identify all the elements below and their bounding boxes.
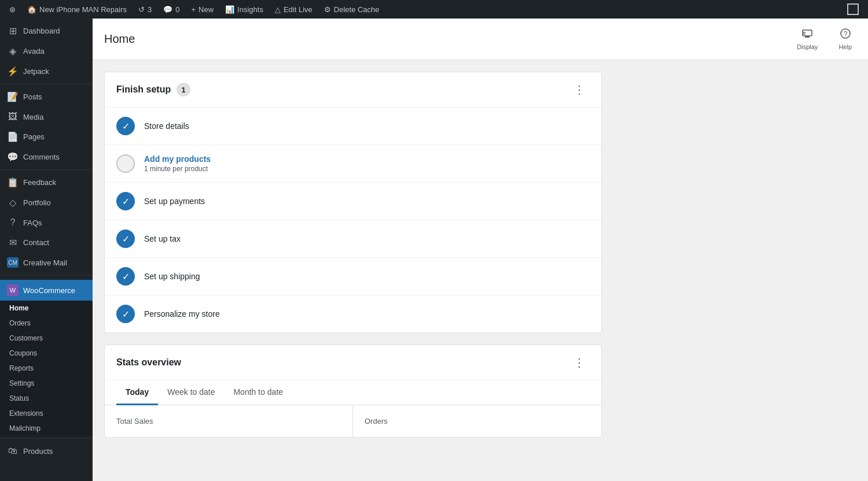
display-button[interactable]: Display (792, 25, 822, 53)
avada-icon: ◈ (7, 46, 19, 57)
woocommerce-submenu: Home Orders Customers Coupons Reports Se… (0, 301, 93, 436)
sidebar-item-portfolio[interactable]: ◇ Portfolio (0, 193, 93, 213)
wp-icon: ⊛ (9, 5, 16, 14)
finish-setup-more-button[interactable]: ⋮ (569, 82, 590, 98)
insights-link[interactable]: 📊 Insights (220, 0, 268, 18)
sidebar-item-creative-mail[interactable]: CM Creative Mail (0, 253, 93, 272)
site-name: New iPhone MAN Repairs (39, 5, 127, 14)
finish-setup-header: Finish setup 1 ⋮ (105, 72, 601, 108)
sidebar-item-woo-extensions[interactable]: Extensions (0, 406, 93, 421)
new-label: New (198, 5, 214, 14)
add-products-sub: 1 minute per product (144, 165, 211, 173)
orders-label: Orders (365, 417, 590, 426)
cache-icon: ⚙ (324, 5, 331, 14)
help-button[interactable]: ? Help (834, 25, 856, 53)
new-link[interactable]: + New (186, 0, 218, 18)
stats-more-button[interactable]: ⋮ (569, 354, 590, 371)
stats-overview-header: Stats overview ⋮ (105, 345, 601, 380)
comment-count: 0 (175, 5, 179, 14)
finish-setup-card: Finish setup 1 ⋮ ✓ Store details (104, 72, 602, 333)
faqs-icon: ? (7, 217, 19, 228)
sidebar-item-products[interactable]: 🛍 Products (0, 441, 93, 461)
creative-mail-icon: CM (7, 257, 19, 268)
woo-home-label: Home (9, 304, 28, 312)
help-icon: ? (840, 28, 851, 42)
wp-logo[interactable]: ⊛ (5, 0, 20, 18)
site-name-link[interactable]: 🏠 New iPhone MAN Repairs (23, 0, 131, 18)
content-area: Finish setup 1 ⋮ ✓ Store details (93, 60, 613, 461)
sidebar-item-woo-coupons[interactable]: Coupons (0, 346, 93, 361)
payments-label: Set up payments (144, 197, 205, 206)
comment-count-link[interactable]: 💬 0 (159, 0, 184, 18)
sidebar-item-creative-mail-label: Creative Mail (23, 258, 67, 267)
revision-count-link[interactable]: ↺ 3 (134, 0, 156, 18)
sidebar-item-contact[interactable]: ✉ Contact (0, 232, 93, 253)
tab-month-to-date[interactable]: Month to date (224, 380, 292, 405)
setup-item-shipping: ✓ Set up shipping (105, 258, 601, 295)
checkmark-personalize-icon: ✓ (122, 309, 130, 320)
tab-today[interactable]: Today (116, 380, 158, 405)
sidebar: ⊞ Dashboard ◈ Avada ⚡ Jetpack 📝 Posts 🖼 … (0, 18, 93, 481)
checkmark-tax-icon: ✓ (122, 234, 130, 245)
sidebar-item-media[interactable]: 🖼 Media (0, 107, 93, 127)
feedback-icon: 📋 (7, 177, 19, 188)
posts-icon: 📝 (7, 91, 19, 102)
add-products-link[interactable]: Add my products (144, 154, 211, 164)
sidebar-item-woo-settings[interactable]: Settings (0, 376, 93, 391)
check-personalize: ✓ (116, 305, 135, 323)
sidebar-item-woo-home[interactable]: Home (0, 301, 93, 316)
stats-tabs: Today Week to date Month to date (105, 380, 601, 405)
personalize-label: Personalize my store (144, 309, 220, 319)
plus-icon: + (191, 5, 196, 14)
page-header: Home Display (93, 18, 868, 60)
sidebar-item-contact-label: Contact (23, 238, 49, 247)
sidebar-item-feedback[interactable]: 📋 Feedback (0, 172, 93, 193)
sidebar-item-avada[interactable]: ◈ Avada (0, 41, 93, 61)
sidebar-separator-4 (0, 438, 93, 439)
sidebar-item-jetpack[interactable]: ⚡ Jetpack (0, 61, 93, 82)
sidebar-item-woo-customers[interactable]: Customers (0, 331, 93, 346)
main-content: Home Display (93, 18, 868, 481)
edit-live-link[interactable]: △ Edit Live (270, 0, 317, 18)
pages-icon: 📄 (7, 131, 19, 142)
woo-settings-label: Settings (9, 379, 34, 387)
media-icon: 🖼 (7, 112, 19, 122)
check-tax: ✓ (116, 230, 135, 248)
shipping-label: Set up shipping (144, 272, 200, 281)
portfolio-icon: ◇ (7, 197, 19, 208)
checkmark-shipping-icon: ✓ (122, 271, 130, 282)
stats-cell-orders: Orders (353, 405, 601, 437)
layout: ⊞ Dashboard ◈ Avada ⚡ Jetpack 📝 Posts 🖼 … (0, 18, 868, 481)
stats-cell-total-sales: Total Sales (105, 405, 353, 437)
revision-icon: ↺ (138, 5, 145, 14)
sidebar-item-woo-reports[interactable]: Reports (0, 361, 93, 376)
exit-fullscreen-button[interactable] (847, 3, 859, 15)
delete-cache-link[interactable]: ⚙ Delete Cache (319, 0, 384, 18)
jetpack-icon: ⚡ (7, 66, 19, 77)
checkmark-icon: ✓ (122, 121, 130, 132)
stats-overview-card: Stats overview ⋮ Today Week to date Mont… (104, 345, 602, 438)
setup-item-add-products: Add my products 1 minute per product (105, 145, 601, 183)
tab-week-label: Week to date (167, 387, 215, 397)
sidebar-item-woo-orders[interactable]: Orders (0, 316, 93, 331)
sidebar-item-woocommerce[interactable]: W WooCommerce (0, 280, 93, 301)
tab-week-to-date[interactable]: Week to date (158, 380, 224, 405)
total-sales-label: Total Sales (116, 417, 341, 426)
svg-text:?: ? (843, 30, 847, 38)
sidebar-item-posts[interactable]: 📝 Posts (0, 87, 93, 107)
woo-reports-label: Reports (9, 364, 34, 372)
display-icon (801, 28, 813, 42)
sidebar-item-comments[interactable]: 💬 Comments (0, 147, 93, 167)
header-actions: Display ? Help (792, 25, 856, 53)
contact-icon: ✉ (7, 237, 19, 248)
sidebar-item-pages[interactable]: 📄 Pages (0, 127, 93, 147)
delete-cache-label: Delete Cache (334, 5, 380, 14)
sidebar-item-dashboard[interactable]: ⊞ Dashboard (0, 21, 93, 41)
sidebar-item-woo-mailchimp[interactable]: Mailchimp (0, 421, 93, 436)
stats-overview-title-text: Stats overview (116, 357, 181, 368)
sidebar-item-woo-status[interactable]: Status (0, 391, 93, 406)
sidebar-item-avada-label: Avada (23, 47, 45, 56)
sidebar-item-comments-label: Comments (23, 153, 60, 161)
sidebar-item-faqs[interactable]: ? FAQs (0, 213, 93, 232)
setup-item-payments: ✓ Set up payments (105, 183, 601, 220)
